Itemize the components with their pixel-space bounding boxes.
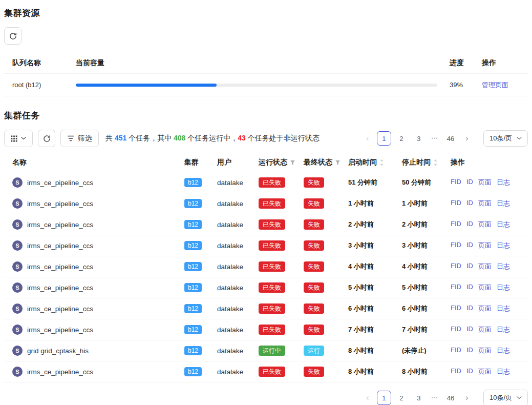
grid-view-dropdown-button[interactable] bbox=[4, 130, 33, 147]
task-action-fid-link[interactable]: FID bbox=[451, 283, 461, 292]
page-button-1[interactable]: 1 bbox=[377, 391, 391, 405]
task-action-id-link[interactable]: ID bbox=[466, 241, 473, 250]
chevron-down-icon bbox=[21, 137, 26, 140]
page-button-46[interactable]: 46 bbox=[443, 391, 458, 405]
task-action-fid-link[interactable]: FID bbox=[451, 325, 461, 334]
task-action-log-link[interactable]: 日志 bbox=[497, 304, 510, 313]
task-action-page-link[interactable]: 页面 bbox=[478, 304, 492, 313]
prev-page-button[interactable]: ‹ bbox=[361, 391, 374, 405]
start-time: 2 小时前 bbox=[344, 220, 398, 229]
task-action-page-link[interactable]: 页面 bbox=[478, 220, 492, 229]
next-page-button[interactable]: › bbox=[461, 131, 473, 146]
running-task-count: 408 bbox=[174, 134, 185, 142]
task-action-fid-link[interactable]: FID bbox=[451, 199, 461, 208]
task-action-id-link[interactable]: ID bbox=[466, 346, 473, 355]
pagination: ‹123•••46›10条/页 bbox=[361, 130, 528, 147]
col-stop-time[interactable]: 停止时间 bbox=[398, 158, 446, 167]
filter-funnel-icon[interactable] bbox=[290, 160, 295, 166]
spark-avatar: S bbox=[12, 198, 23, 209]
filter-button[interactable]: 筛选 bbox=[60, 130, 99, 147]
pagination-bottom-mount: ‹123•••46›10条/页 bbox=[361, 390, 528, 405]
task-action-fid-link[interactable]: FID bbox=[451, 241, 461, 250]
resources-refresh-button[interactable] bbox=[4, 27, 22, 45]
capacity-cell bbox=[76, 84, 445, 87]
page-button-3[interactable]: 3 bbox=[412, 131, 426, 146]
task-action-page-link[interactable]: 页面 bbox=[478, 346, 492, 355]
task-action-id-link[interactable]: ID bbox=[466, 367, 473, 376]
task-action-id-link[interactable]: ID bbox=[466, 262, 473, 271]
task-action-id-link[interactable]: ID bbox=[466, 199, 473, 208]
task-actions: FIDID页面日志 bbox=[446, 262, 528, 271]
col-final-status[interactable]: 最终状态 bbox=[300, 158, 344, 167]
not-running-task-count: 43 bbox=[238, 134, 246, 142]
prev-page-button[interactable]: ‹ bbox=[361, 131, 374, 146]
filter-funnel-icon[interactable] bbox=[335, 160, 341, 166]
final-status-badge: 失败 bbox=[304, 261, 324, 272]
bottom-pagination-bar: ‹123•••46›10条/页 bbox=[4, 390, 528, 405]
progress-percent: 39% bbox=[445, 81, 474, 89]
task-action-page-link[interactable]: 页面 bbox=[478, 199, 492, 208]
tasks-table: 名称 集群 用户 运行状态 最终状态 启动时间 停止时间 bbox=[4, 153, 528, 382]
task-action-id-link[interactable]: ID bbox=[466, 178, 473, 187]
spark-avatar: S bbox=[12, 219, 23, 230]
task-action-page-link[interactable]: 页面 bbox=[478, 262, 492, 271]
task-action-log-link[interactable]: 日志 bbox=[497, 325, 510, 334]
stop-time: 4 小时前 bbox=[398, 262, 446, 271]
task-action-log-link[interactable]: 日志 bbox=[497, 346, 510, 355]
task-name: irms_ce_pipeline_ccs bbox=[27, 305, 93, 313]
manage-page-link[interactable]: 管理页面 bbox=[482, 81, 508, 89]
task-action-fid-link[interactable]: FID bbox=[451, 346, 461, 355]
refresh-icon bbox=[9, 32, 17, 40]
spark-avatar: S bbox=[12, 177, 23, 188]
task-action-log-link[interactable]: 日志 bbox=[497, 220, 510, 229]
task-action-fid-link[interactable]: FID bbox=[451, 178, 461, 187]
task-action-fid-link[interactable]: FID bbox=[451, 367, 461, 376]
page-size-select[interactable]: 10条/页 bbox=[483, 130, 528, 147]
page-button-1[interactable]: 1 bbox=[377, 131, 391, 146]
task-action-page-link[interactable]: 页面 bbox=[478, 325, 492, 334]
task-action-log-link[interactable]: 日志 bbox=[497, 262, 510, 271]
task-action-page-link[interactable]: 页面 bbox=[478, 241, 492, 250]
col-run-status[interactable]: 运行状态 bbox=[254, 158, 300, 167]
task-action-page-link[interactable]: 页面 bbox=[478, 178, 492, 187]
task-action-fid-link[interactable]: FID bbox=[451, 304, 461, 313]
task-action-log-link[interactable]: 日志 bbox=[497, 199, 510, 208]
tasks-refresh-button[interactable] bbox=[38, 130, 55, 147]
stop-time: 6 小时前 bbox=[398, 304, 446, 313]
page-button-46[interactable]: 46 bbox=[443, 131, 458, 146]
filter-button-label: 筛选 bbox=[78, 134, 92, 143]
task-action-id-link[interactable]: ID bbox=[466, 283, 473, 292]
queue-name: root (b12) bbox=[4, 81, 76, 89]
task-action-log-link[interactable]: 日志 bbox=[497, 283, 510, 292]
task-action-id-link[interactable]: ID bbox=[466, 220, 473, 229]
task-actions: FIDID页面日志 bbox=[446, 367, 528, 376]
task-name: grid grid_cptask_his bbox=[27, 347, 89, 355]
task-action-log-link[interactable]: 日志 bbox=[497, 367, 510, 376]
tasks-section-title: 集群任务 bbox=[4, 110, 528, 121]
next-page-button[interactable]: › bbox=[461, 391, 473, 405]
cluster-badge: b12 bbox=[184, 199, 202, 208]
run-status-badge: 已失败 bbox=[259, 325, 285, 335]
task-action-id-link[interactable]: ID bbox=[466, 325, 473, 334]
task-action-fid-link[interactable]: FID bbox=[451, 262, 461, 271]
page-button-2[interactable]: 2 bbox=[394, 131, 409, 146]
page-size-select[interactable]: 10条/页 bbox=[483, 390, 528, 405]
page-button-3[interactable]: 3 bbox=[412, 391, 426, 405]
task-action-fid-link[interactable]: FID bbox=[451, 220, 461, 229]
task-action-page-link[interactable]: 页面 bbox=[478, 367, 492, 376]
final-status-badge: 失败 bbox=[304, 303, 324, 314]
pagination-top-mount: ‹123•••46›10条/页 bbox=[361, 130, 528, 147]
start-time: 51 分钟前 bbox=[344, 178, 398, 187]
task-action-page-link[interactable]: 页面 bbox=[478, 283, 492, 292]
spark-avatar: S bbox=[12, 282, 23, 293]
col-start-time-label: 启动时间 bbox=[348, 158, 377, 167]
run-status-badge: 已失败 bbox=[259, 198, 285, 209]
task-action-log-link[interactable]: 日志 bbox=[497, 178, 510, 187]
spark-avatar: S bbox=[12, 303, 23, 314]
sorter-icon[interactable] bbox=[379, 159, 384, 166]
sorter-icon[interactable] bbox=[433, 159, 438, 166]
task-action-id-link[interactable]: ID bbox=[466, 304, 473, 313]
task-action-log-link[interactable]: 日志 bbox=[497, 241, 510, 250]
col-start-time[interactable]: 启动时间 bbox=[344, 158, 398, 167]
page-button-2[interactable]: 2 bbox=[394, 391, 409, 405]
